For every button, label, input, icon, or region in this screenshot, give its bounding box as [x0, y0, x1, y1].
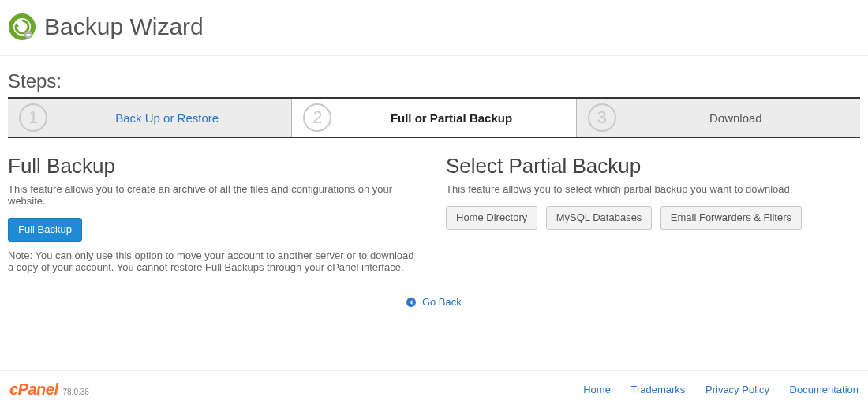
full-backup-section: Full Backup This feature allows you to c…	[8, 154, 422, 283]
full-backup-button[interactable]: Full Backup	[8, 218, 82, 242]
brand: cPanel 78.0.38	[9, 380, 89, 399]
footer-link-privacy[interactable]: Privacy Policy	[705, 384, 769, 395]
svg-rect-4	[27, 34, 31, 36]
step-full-or-partial[interactable]: 2 Full or Partial Backup	[292, 99, 576, 137]
footer-links: Home Trademarks Privacy Policy Documenta…	[566, 384, 859, 395]
step-bar: 1 Back Up or Restore 2 Full or Partial B…	[8, 97, 860, 138]
footer: cPanel 78.0.38 Home Trademarks Privacy P…	[0, 370, 868, 416]
step-number-2: 2	[303, 103, 331, 132]
home-directory-button[interactable]: Home Directory	[446, 206, 537, 230]
footer-link-home[interactable]: Home	[583, 384, 611, 395]
email-forwarders-button[interactable]: Email Forwarders & Filters	[660, 206, 802, 230]
steps-heading: Steps:	[0, 56, 868, 97]
mysql-databases-button[interactable]: MySQL Databases	[546, 206, 653, 230]
step-number-3: 3	[588, 103, 616, 132]
go-back-row: Go Back	[0, 283, 868, 320]
page-header: Backup Wizard	[0, 0, 868, 56]
footer-link-docs[interactable]: Documentation	[790, 384, 859, 395]
full-backup-note: Note: You can only use this option to mo…	[8, 249, 418, 273]
back-arrow-icon	[406, 296, 422, 308]
page-title: Backup Wizard	[44, 13, 204, 40]
step-label: Download	[623, 111, 849, 125]
brand-version: 78.0.38	[62, 388, 88, 396]
step-label: Back Up or Restore	[54, 111, 280, 125]
partial-backup-section: Select Partial Backup This feature allow…	[446, 154, 860, 283]
step-backup-or-restore[interactable]: 1 Back Up or Restore	[8, 99, 292, 137]
step-label: Full or Partial Backup	[338, 111, 564, 125]
step-download[interactable]: 3 Download	[577, 99, 860, 137]
partial-buttons: Home Directory MySQL Databases Email For…	[446, 206, 860, 230]
go-back-link[interactable]: Go Back	[406, 296, 461, 308]
partial-backup-title: Select Partial Backup	[446, 154, 860, 178]
step-number-1: 1	[19, 103, 47, 132]
backup-wizard-icon	[8, 13, 36, 41]
full-backup-title: Full Backup	[8, 154, 422, 178]
partial-backup-desc: This feature allows you to select which …	[446, 183, 860, 195]
full-backup-desc: This feature allows you to create an arc…	[8, 183, 422, 207]
brand-name: cPanel	[9, 380, 58, 399]
footer-link-trademarks[interactable]: Trademarks	[631, 384, 686, 395]
main-columns: Full Backup This feature allows you to c…	[0, 138, 868, 283]
go-back-label: Go Back	[422, 296, 462, 308]
